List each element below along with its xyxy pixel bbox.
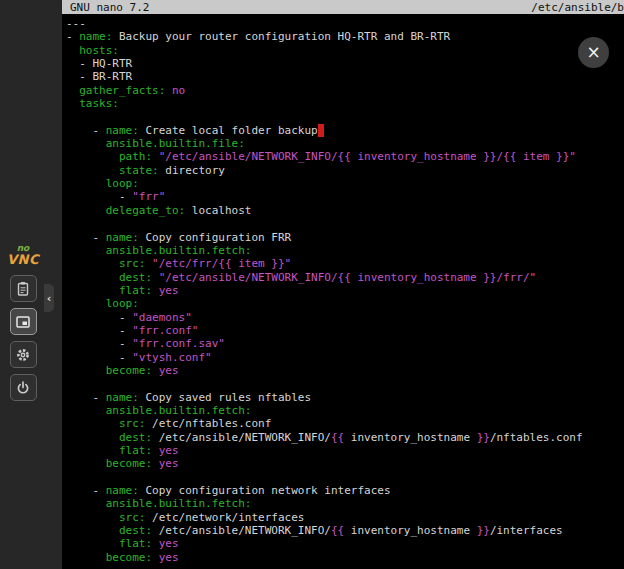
screen: no VNC [0, 0, 624, 569]
code-segment [66, 177, 106, 190]
code-segment: Backup your router configuration HQ-RTR … [112, 30, 450, 43]
fullscreen-button[interactable] [10, 308, 37, 335]
power-button[interactable] [10, 374, 37, 401]
code-segment: - [66, 324, 132, 337]
code-segment [66, 97, 79, 110]
code-line [66, 217, 624, 230]
file-path: /etc/ansible/b [531, 1, 624, 14]
code-segment: flat: [119, 284, 152, 297]
code-segment: localhost [185, 204, 251, 217]
code-line: dest: /etc/ansible/NETWORK_INFO/{{ inven… [66, 524, 624, 537]
code-segment: - [66, 337, 132, 350]
code-segment: Create local folder backup [139, 124, 318, 137]
code-line [66, 377, 624, 390]
code-segment [152, 457, 159, 470]
code-segment: "frr" [132, 190, 165, 203]
code-segment: src: [119, 511, 146, 524]
code-line: - name: Copy configuration network inter… [66, 484, 624, 497]
close-button[interactable]: × [578, 37, 609, 68]
code-segment [152, 364, 159, 377]
code-segment: src: [119, 417, 146, 430]
code-line: - "frr.conf.sav" [66, 337, 624, 350]
code-segment [152, 271, 159, 284]
code-segment: /nftables.conf [490, 431, 583, 444]
code-segment: gather_facts: [79, 84, 165, 97]
code-line [66, 471, 624, 484]
code-segment: delegate_to: [106, 204, 185, 217]
code-segment [66, 137, 106, 150]
code-segment [152, 444, 159, 457]
code-segment: "daemons" [132, 311, 192, 324]
nano-version: GNU nano 7.2 [70, 1, 149, 14]
code-line: - name: Copy configuration FRR [66, 231, 624, 244]
settings-button[interactable] [10, 341, 37, 368]
code-segment [66, 284, 119, 297]
code-line: --- [66, 17, 624, 30]
code-line: ansible.builtin.file: [66, 137, 624, 150]
code-line: flat: yes [66, 444, 624, 457]
code-line: - "frr" [66, 190, 624, 203]
code-segment: Copy configuration network interfaces [139, 484, 391, 497]
terminal-window[interactable]: GNU nano 7.2 /etc/ansible/b ---- name: B… [62, 0, 624, 569]
code-segment [66, 457, 106, 470]
code-segment: dest: [119, 524, 152, 537]
code-line: state: directory [66, 164, 624, 177]
code-segment [66, 44, 79, 57]
code-line: loop: [66, 297, 624, 310]
code-segment [66, 404, 106, 417]
gear-icon [15, 347, 31, 363]
control-bar-handle[interactable]: ‹ [44, 284, 54, 312]
code-segment: path: [119, 150, 152, 163]
code-line: hosts: [66, 44, 624, 57]
code-line: src: "/etc/frr/{{ item }}" [66, 257, 624, 270]
code-line: dest: /etc/ansible/NETWORK_INFO/{{ inven… [66, 431, 624, 444]
vnc-control-bar: no VNC [7, 244, 39, 407]
code-segment [66, 537, 119, 550]
code-segment: "/etc/frr/{{ item }}" [152, 257, 291, 270]
code-segment: name: [79, 30, 112, 43]
code-line: - name: Copy saved rules nftables [66, 391, 624, 404]
code-segment: ansible.builtin.file: [106, 137, 245, 150]
fullscreen-icon [15, 314, 31, 330]
cursor [318, 124, 325, 137]
code-segment: - [66, 190, 132, 203]
code-segment [66, 417, 119, 430]
code-line: become: yes [66, 457, 624, 470]
code-segment: /etc/ansible/NETWORK_INFO/ [152, 431, 331, 444]
code-segment: yes [159, 364, 179, 377]
code-segment: loop: [106, 297, 139, 310]
close-icon: × [586, 44, 600, 61]
code-segment: - BR-RTR [66, 70, 132, 83]
code-line: path: "/etc/ansible/NETWORK_INFO/{{ inve… [66, 150, 624, 163]
nano-titlebar: GNU nano 7.2 /etc/ansible/b [62, 0, 624, 14]
code-segment: flat: [119, 444, 152, 457]
code-segment: become: [106, 364, 152, 377]
code-segment: ansible.builtin.fetch: [106, 404, 252, 417]
chevron-left-icon: ‹ [47, 292, 52, 305]
code-segment: "vtysh.conf" [132, 351, 211, 364]
code-segment: }} [477, 431, 490, 444]
code-segment: - HQ-RTR [66, 57, 132, 70]
code-segment [152, 537, 159, 550]
code-line: flat: yes [66, 537, 624, 550]
code-segment [66, 497, 106, 510]
code-segment: - [66, 231, 106, 244]
code-segment: }} [477, 524, 490, 537]
code-segment: "frr.conf.sav" [132, 337, 225, 350]
code-line: ansible.builtin.fetch: [66, 497, 624, 510]
code-line: dest: "/etc/ansible/NETWORK_INFO/{{ inve… [66, 271, 624, 284]
code-segment: - [66, 30, 79, 43]
power-icon [15, 380, 31, 396]
novnc-logo: no VNC [7, 244, 39, 266]
code-segment [66, 364, 106, 377]
code-segment: --- [66, 17, 86, 30]
code-segment [152, 150, 159, 163]
code-line: src: /etc/nftables.conf [66, 417, 624, 430]
code-line: - HQ-RTR [66, 57, 624, 70]
code-segment: - [66, 391, 106, 404]
code-segment: "/etc/ansible/NETWORK_INFO/{{ inventory_… [159, 271, 537, 284]
code-line: - BR-RTR [66, 70, 624, 83]
clipboard-button[interactable] [10, 275, 37, 302]
code-line: flat: yes [66, 284, 624, 297]
code-segment: ansible.builtin.fetch: [106, 497, 252, 510]
